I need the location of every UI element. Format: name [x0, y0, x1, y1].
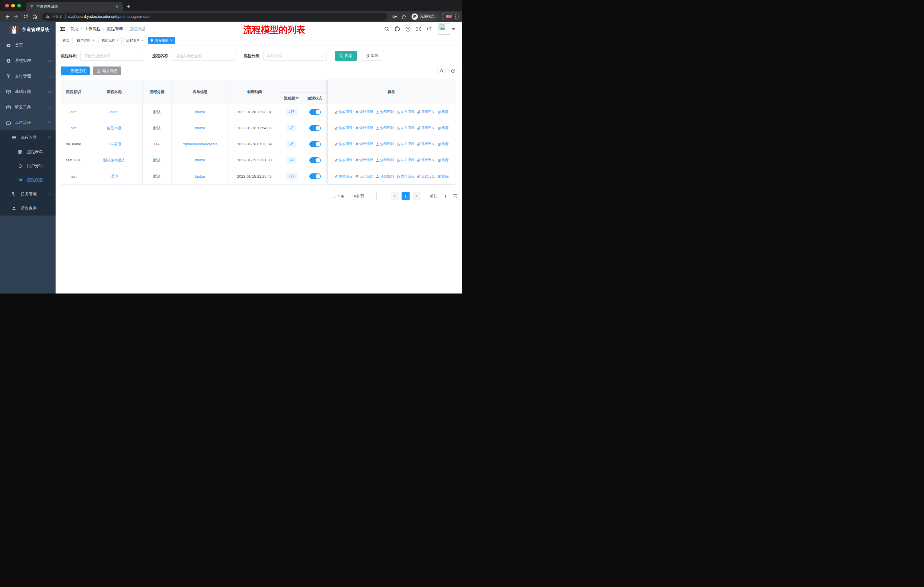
active-toggle[interactable] — [309, 157, 321, 163]
design-process-link[interactable]: 设计流程 — [355, 174, 373, 179]
sidebar-item-workflow[interactable]: 工作流程 — [0, 115, 56, 131]
maximize-window-button[interactable] — [17, 4, 21, 7]
cell-name-link[interactable]: 自己审批 — [107, 126, 122, 131]
bookmark-star-icon[interactable] — [400, 13, 408, 20]
import-process-button[interactable]: 导入流程 — [93, 66, 121, 75]
avatar-broken-image[interactable] — [439, 23, 450, 35]
design-process-link[interactable]: 设计流程 — [355, 158, 373, 162]
back-icon[interactable] — [3, 13, 11, 20]
active-toggle[interactable] — [309, 141, 321, 147]
delete-link[interactable]: 删除 — [438, 126, 449, 131]
edit-process-link[interactable]: 修改流程 — [335, 174, 353, 179]
cell-name-link[interactable]: 滔博 — [111, 174, 118, 179]
sidebar-item-infra[interactable]: 基础设施 — [0, 84, 56, 99]
assign-rule-link[interactable]: 分配规则 — [376, 126, 394, 131]
search-icon[interactable] — [384, 26, 389, 32]
delete-link[interactable]: 删除 — [438, 142, 449, 147]
password-key-icon[interactable] — [391, 13, 398, 20]
delete-link[interactable]: 删除 — [438, 174, 449, 179]
breadcrumb-workflow[interactable]: 工作流程 — [84, 26, 101, 31]
publish-process-link[interactable]: 发布流程 — [396, 126, 414, 131]
browser-tab[interactable]: 芋道管理系统 ✕ — [26, 2, 123, 11]
design-process-link[interactable]: 设计流程 — [355, 109, 373, 114]
goto-page-input[interactable] — [440, 192, 451, 200]
process-definition-link[interactable]: 流程定义 — [417, 126, 435, 131]
assign-rule-link[interactable]: 分配规则 — [376, 109, 394, 114]
publish-process-link[interactable]: 发布流程 — [396, 174, 414, 179]
create-process-button[interactable]: ＋ 新建流程 — [61, 66, 90, 75]
filter-name-input[interactable] — [172, 51, 236, 61]
sidebar-item-home[interactable]: 首页 — [0, 38, 56, 53]
close-icon[interactable]: × — [142, 38, 144, 42]
cell-form-link[interactable]: biubiu — [195, 158, 205, 162]
active-toggle[interactable] — [309, 109, 321, 115]
new-tab-button[interactable]: + — [127, 3, 130, 10]
next-page-button[interactable] — [412, 192, 421, 200]
address-bar[interactable]: 不安全 dashboard.yudao.iocoder.cn/bpm/manag… — [42, 13, 388, 21]
edit-process-link[interactable]: 修改流程 — [335, 126, 353, 131]
filter-id-input[interactable] — [81, 51, 144, 61]
design-process-link[interactable]: 设计流程 — [355, 142, 373, 147]
active-toggle[interactable] — [309, 125, 321, 131]
close-icon[interactable]: × — [92, 38, 94, 42]
cell-form-link[interactable]: biubiu — [195, 110, 205, 114]
tag-my-process[interactable]: 我的流程× — [99, 37, 122, 44]
sidebar-item-leave-query[interactable]: 请假查询 — [0, 201, 56, 215]
prev-page-button[interactable] — [391, 192, 399, 200]
tag-process-form[interactable]: 流程表单× — [123, 37, 146, 44]
minimize-window-button[interactable] — [11, 4, 15, 7]
assign-rule-link[interactable]: 分配规则 — [376, 158, 394, 162]
close-window-button[interactable] — [5, 4, 9, 7]
close-icon[interactable]: × — [170, 38, 172, 42]
sidebar-item-devtools[interactable]: 研发工具 — [0, 99, 56, 115]
breadcrumb-home[interactable]: 首页 — [70, 26, 78, 31]
fullscreen-icon[interactable] — [416, 26, 421, 32]
cell-form-link[interactable]: biubiu — [195, 126, 205, 130]
search-button[interactable]: 搜索 — [335, 51, 357, 61]
cell-name-link[interactable]: eeee — [110, 110, 119, 114]
update-button[interactable]: 更新 — [442, 13, 459, 20]
refresh-table-button[interactable] — [448, 66, 457, 75]
publish-process-link[interactable]: 发布流程 — [396, 142, 414, 147]
tag-tenant[interactable]: 租户管理× — [74, 37, 97, 44]
sidebar-item-task-manage[interactable]: 任务管理 — [0, 187, 56, 201]
assign-rule-link[interactable]: 分配规则 — [376, 174, 394, 179]
reload-icon[interactable] — [22, 13, 29, 20]
page-size-select[interactable]: 10条/页 — [349, 192, 377, 200]
help-icon[interactable] — [405, 26, 411, 32]
github-icon[interactable] — [394, 26, 400, 32]
delete-link[interactable]: 删除 — [438, 158, 449, 162]
window-controls[interactable] — [0, 0, 26, 11]
browser-menu-icon[interactable] — [455, 14, 456, 19]
toggle-search-button[interactable] — [437, 66, 446, 75]
assign-rule-link[interactable]: 分配规则 — [376, 142, 394, 147]
active-toggle[interactable] — [309, 174, 321, 179]
cell-form-link[interactable]: biubiu — [195, 174, 205, 179]
process-definition-link[interactable]: 流程定义 — [417, 158, 435, 162]
process-definition-link[interactable]: 流程定义 — [417, 174, 435, 179]
cell-name-link[interactable]: OA 请假 — [107, 142, 121, 147]
tab-close-icon[interactable]: ✕ — [114, 4, 120, 9]
sidebar-item-system[interactable]: 系统管理 — [0, 53, 56, 68]
filter-category-select[interactable]: 流程分类 — [263, 51, 327, 61]
sidebar-item-process-manage[interactable]: 流程管理 — [0, 131, 56, 145]
sidebar-item-process-model[interactable]: 流程模型 — [0, 173, 56, 187]
delete-link[interactable]: 删除 — [438, 109, 449, 114]
process-definition-link[interactable]: 流程定义 — [417, 109, 435, 114]
reset-button[interactable]: 重置 — [361, 51, 383, 61]
publish-process-link[interactable]: 发布流程 — [396, 109, 414, 114]
tag-process-model[interactable]: 流程模型× — [148, 37, 175, 44]
sidebar-item-user-group[interactable]: 用户分组 — [0, 159, 56, 173]
sidebar-item-payment[interactable]: ¥ 支付管理 — [0, 68, 56, 84]
publish-process-link[interactable]: 发布流程 — [396, 158, 414, 162]
edit-process-link[interactable]: 修改流程 — [335, 158, 353, 162]
app-logo-row[interactable]: 芋道管理系统 — [0, 22, 56, 38]
home-icon[interactable] — [31, 13, 38, 20]
tag-home[interactable]: 首页 — [60, 37, 73, 44]
current-page[interactable]: 1 — [402, 192, 409, 200]
process-definition-link[interactable]: 流程定义 — [417, 142, 435, 147]
edit-process-link[interactable]: 修改流程 — [335, 142, 353, 147]
design-process-link[interactable]: 设计流程 — [355, 126, 373, 131]
forward-icon[interactable] — [13, 13, 20, 20]
edit-process-link[interactable]: 修改流程 — [335, 109, 353, 114]
